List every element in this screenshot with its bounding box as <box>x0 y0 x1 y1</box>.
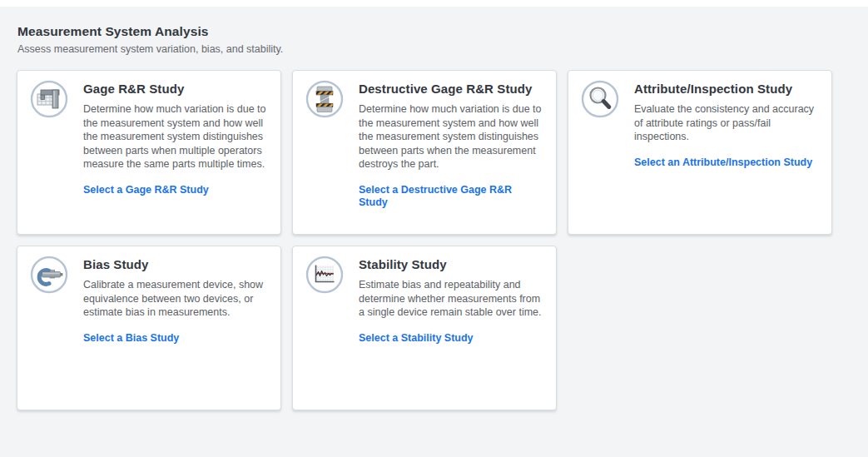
card-title: Attribute/Inspection Study <box>634 81 818 97</box>
card-description: Calibrate a measurement device, show equ… <box>83 278 267 320</box>
page-title: Measurement System Analysis <box>17 23 868 40</box>
card-bias-study: Bias Study Calibrate a measurement devic… <box>17 246 281 410</box>
card-title: Gage R&R Study <box>83 81 267 97</box>
destructive-specimen-icon <box>305 80 344 118</box>
select-attribute-inspection-study-link[interactable]: Select an Attribute/Inspection Study <box>634 156 812 169</box>
caliper-worksheet-icon <box>30 80 68 118</box>
card-attribute-inspection-study: Attribute/Inspection Study Evaluate the … <box>568 70 832 235</box>
card-title: Bias Study <box>83 256 267 272</box>
select-bias-study-link[interactable]: Select a Bias Study <box>83 332 179 345</box>
card-description: Evaluate the consistency and accuracy of… <box>634 102 818 144</box>
card-description: Determine how much variation is due to t… <box>83 102 267 171</box>
top-strip <box>0 0 868 7</box>
magnifier-icon <box>581 80 619 118</box>
page-subtitle: Assess measurement system variation, bia… <box>17 43 868 56</box>
select-gage-rr-study-link[interactable]: Select a Gage R&R Study <box>83 184 209 196</box>
card-destructive-gage-rr-study: Destructive Gage R&R Study Determine how… <box>292 70 557 235</box>
card-title: Stability Study <box>359 256 543 272</box>
micrometer-icon <box>30 256 68 294</box>
card-title: Destructive Gage R&R Study <box>359 81 543 97</box>
control-chart-icon <box>305 256 344 294</box>
card-description: Estimate bias and repeatability and dete… <box>359 278 543 320</box>
card-stability-study: Stability Study Estimate bias and repeat… <box>292 246 557 410</box>
select-destructive-gage-rr-study-link[interactable]: Select a Destructive Gage R&R Study <box>359 184 543 209</box>
card-description: Determine how much variation is due to t… <box>359 102 543 171</box>
select-stability-study-link[interactable]: Select a Stability Study <box>359 332 474 345</box>
study-card-grid: Gage R&R Study Determine how much variat… <box>17 70 832 410</box>
card-gage-rr-study: Gage R&R Study Determine how much variat… <box>17 70 281 235</box>
